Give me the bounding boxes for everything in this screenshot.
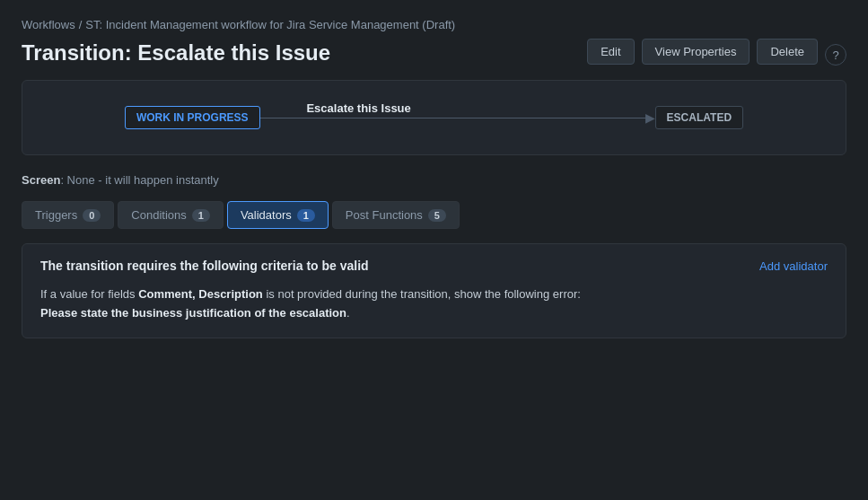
validator-error-suffix: . — [346, 306, 350, 320]
tab-conditions-label: Conditions — [131, 208, 186, 222]
workflow-diagram-inner: WORK IN PROGRESS Escalate this Issue ▶ E… — [58, 106, 810, 129]
transition-label: Escalate this Issue — [306, 101, 410, 115]
tab-triggers-label: Triggers — [35, 208, 77, 222]
add-validator-link[interactable]: Add validator — [759, 259, 828, 273]
tab-post-functions-badge: 5 — [428, 209, 446, 222]
validator-text-2: is not provided during the transition, s… — [263, 287, 581, 301]
panel-title: The transition requires the following cr… — [40, 259, 369, 273]
panel-header: The transition requires the following cr… — [40, 259, 828, 273]
breadcrumb-separator: / — [79, 18, 83, 31]
tab-conditions-badge: 1 — [192, 209, 210, 222]
arrow-icon: ▶ — [645, 110, 655, 125]
screen-value: None - it will happen instantly — [67, 173, 219, 187]
tab-conditions[interactable]: Conditions 1 — [118, 201, 224, 229]
screen-label: Screen — [22, 173, 60, 187]
validator-description: If a value for fields Comment, Descripti… — [40, 285, 828, 323]
tab-post-functions[interactable]: Post Functions 5 — [332, 201, 460, 229]
validators-panel: The transition requires the following cr… — [22, 243, 846, 338]
page-title: Transition: Escalate this Issue — [22, 40, 330, 66]
tab-triggers-badge: 0 — [83, 209, 101, 222]
workflow-diagram: WORK IN PROGRESS Escalate this Issue ▶ E… — [22, 80, 846, 155]
edit-button[interactable]: Edit — [587, 39, 634, 65]
from-state-badge: WORK IN PROGRESS — [125, 106, 260, 129]
transition-line-left: Escalate this Issue — [260, 118, 458, 118]
validator-text-1: If a value for fields — [40, 287, 138, 301]
screen-info: Screen: None - it will happen instantly — [22, 173, 846, 187]
header-actions: Edit View Properties Delete — [587, 39, 818, 65]
help-icon[interactable]: ? — [825, 44, 846, 66]
breadcrumb: Workflows / ST: Incident Management work… — [22, 18, 846, 31]
breadcrumb-workflow-name: ST: Incident Management workflow for Jir… — [85, 18, 455, 31]
tab-validators-label: Validators — [241, 208, 292, 222]
tab-validators[interactable]: Validators 1 — [227, 201, 329, 229]
tabs-container: Triggers 0 Conditions 1 Validators 1 Pos… — [22, 201, 846, 229]
delete-button[interactable]: Delete — [757, 39, 818, 65]
transition-line-right: ▶ — [458, 110, 655, 125]
header-left: Transition: Escalate this Issue — [22, 37, 330, 66]
tab-triggers[interactable]: Triggers 0 — [22, 201, 114, 229]
to-state-badge: ESCALATED — [655, 106, 743, 129]
tab-post-functions-label: Post Functions — [346, 208, 423, 222]
tab-validators-badge: 1 — [297, 209, 315, 222]
validator-fields: Comment, Description — [138, 287, 263, 301]
view-properties-button[interactable]: View Properties — [642, 39, 750, 65]
validator-error: Please state the business justification … — [40, 306, 346, 320]
breadcrumb-workflows-link[interactable]: Workflows — [22, 18, 75, 31]
page-header: Transition: Escalate this Issue Edit Vie… — [22, 37, 846, 66]
